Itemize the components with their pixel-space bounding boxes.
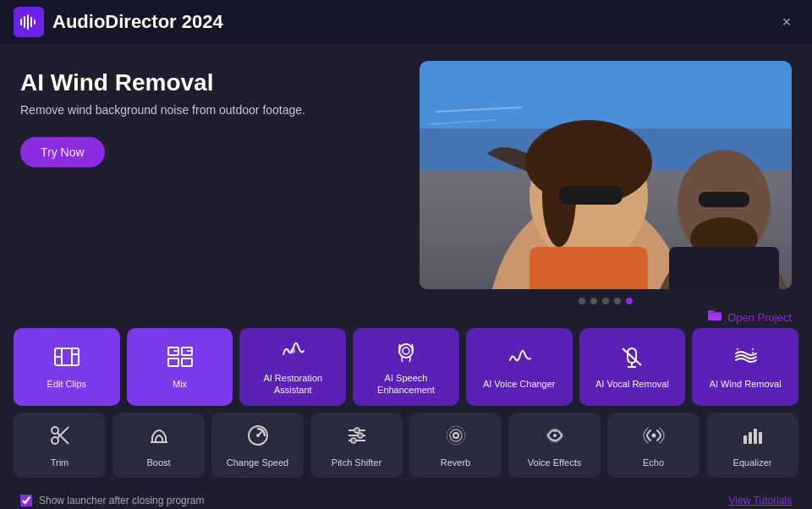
edit-clips-icon <box>53 345 80 373</box>
ai-restoration-label: AI Restoration Assistant <box>247 372 338 397</box>
tool-ai-voice-changer[interactable]: AI Voice Changer <box>466 328 573 406</box>
pitch-shifter-label: Pitch Shifter <box>332 457 381 468</box>
svg-rect-18 <box>699 192 749 207</box>
change-speed-icon <box>246 424 270 452</box>
title-bar: AudioDirector 2024 × <box>0 0 812 44</box>
svg-point-55 <box>453 433 458 438</box>
main-content: AI Wind Removal Remove wind background n… <box>0 44 812 304</box>
tool-voice-effects[interactable]: Voice Effects <box>508 413 601 478</box>
feature-desc: Remove wind background noise from outdoo… <box>20 103 399 117</box>
equalizer-label: Equalizer <box>733 457 772 468</box>
ai-vocal-removal-label: AI Vocal Removal <box>595 378 669 390</box>
mix-label: Mix <box>173 378 187 390</box>
tool-ai-wind-removal[interactable]: AI Wind Removal <box>692 328 798 406</box>
svg-rect-61 <box>743 435 747 444</box>
svg-point-41 <box>52 427 58 434</box>
dot-5[interactable] <box>626 298 633 304</box>
svg-point-52 <box>351 438 356 443</box>
svg-rect-14 <box>529 247 648 289</box>
svg-rect-2 <box>27 14 29 30</box>
boost-icon <box>147 424 171 452</box>
echo-icon <box>642 424 666 452</box>
svg-rect-63 <box>754 429 757 444</box>
folder-icon <box>707 309 722 325</box>
pitch-shifter-icon <box>345 424 369 452</box>
svg-point-58 <box>553 434 557 437</box>
footer: Show launcher after closing program View… <box>0 488 812 509</box>
dot-4[interactable] <box>614 298 621 304</box>
echo-label: Echo <box>643 457 664 468</box>
open-project-link[interactable]: Open Project <box>727 311 792 324</box>
tools-row-1: Edit Clips Mix <box>14 328 798 406</box>
tool-ai-vocal-removal[interactable]: AI Vocal Removal <box>579 328 686 406</box>
ai-voice-changer-icon <box>507 345 532 373</box>
ai-speech-icon <box>393 339 419 367</box>
feature-title: AI Wind Removal <box>20 69 399 96</box>
view-tutorials-link[interactable]: View Tutorials <box>729 495 792 506</box>
app-window: AudioDirector 2024 × AI Wind Removal Rem… <box>0 0 812 509</box>
svg-rect-0 <box>20 19 22 25</box>
tools-section: Edit Clips Mix <box>0 328 812 484</box>
tool-reverb[interactable]: Reverb <box>409 413 502 478</box>
try-now-button[interactable]: Try Now <box>20 137 105 167</box>
show-launcher-checkbox[interactable] <box>20 495 32 506</box>
close-button[interactable]: × <box>775 10 798 34</box>
carousel-dots <box>420 298 792 304</box>
ai-restoration-icon <box>280 339 305 367</box>
tool-boost[interactable]: Boost <box>112 413 205 478</box>
app-title: AudioDirector 2024 <box>52 11 223 33</box>
svg-rect-3 <box>30 17 32 27</box>
show-launcher-text: Show launcher after closing program <box>39 495 204 506</box>
tool-ai-restoration[interactable]: AI Restoration Assistant <box>239 328 346 406</box>
left-panel: AI Wind Removal Remove wind background n… <box>20 61 399 304</box>
svg-point-56 <box>450 430 462 441</box>
tool-trim[interactable]: Trim <box>14 413 106 478</box>
app-logo <box>14 7 44 37</box>
svg-rect-13 <box>559 186 623 205</box>
open-project-bar: Open Project <box>0 304 812 328</box>
svg-point-35 <box>403 348 409 354</box>
svg-rect-4 <box>34 19 36 25</box>
tool-ai-speech[interactable]: AI Speech Enhancement <box>353 328 459 406</box>
ai-wind-removal-label: AI Wind Removal <box>710 378 782 390</box>
trim-icon <box>48 424 72 452</box>
title-bar-left: AudioDirector 2024 <box>14 7 223 37</box>
svg-line-43 <box>58 433 69 444</box>
tool-echo[interactable]: Echo <box>607 413 700 478</box>
reverb-label: Reverb <box>441 457 470 468</box>
dot-1[interactable] <box>579 298 585 304</box>
svg-rect-30 <box>182 358 192 366</box>
dot-3[interactable] <box>602 298 609 304</box>
svg-point-42 <box>52 437 58 444</box>
ai-voice-changer-label: AI Voice Changer <box>483 378 556 390</box>
svg-point-34 <box>399 344 413 358</box>
trim-label: Trim <box>51 457 69 468</box>
voice-effects-icon <box>543 424 567 452</box>
tool-edit-clips[interactable]: Edit Clips <box>14 328 120 406</box>
ai-vocal-removal-icon <box>619 345 645 373</box>
equalizer-icon <box>741 424 765 452</box>
svg-point-33 <box>290 348 295 353</box>
svg-point-48 <box>256 434 260 437</box>
tool-equalizer[interactable]: Equalizer <box>706 413 798 478</box>
show-launcher-checkbox-label[interactable]: Show launcher after closing program <box>20 495 204 506</box>
svg-rect-19 <box>669 247 779 289</box>
tools-row-2: Trim Boost <box>14 413 798 478</box>
svg-point-54 <box>354 428 359 433</box>
svg-rect-1 <box>24 16 25 28</box>
tool-change-speed[interactable]: Change Speed <box>211 413 304 478</box>
dot-2[interactable] <box>590 298 597 304</box>
svg-point-53 <box>358 433 363 438</box>
svg-line-44 <box>58 427 69 438</box>
svg-rect-29 <box>168 358 178 366</box>
svg-rect-62 <box>749 432 752 444</box>
hero-image <box>420 61 792 289</box>
svg-point-60 <box>651 433 656 437</box>
tool-pitch-shifter[interactable]: Pitch Shifter <box>310 413 403 478</box>
ai-speech-label: AI Speech Enhancement <box>360 372 452 397</box>
svg-rect-64 <box>759 432 762 444</box>
voice-effects-label: Voice Effects <box>528 457 581 468</box>
tool-mix[interactable]: Mix <box>127 328 233 406</box>
edit-clips-label: Edit Clips <box>47 378 86 390</box>
boost-label: Boost <box>146 457 170 468</box>
